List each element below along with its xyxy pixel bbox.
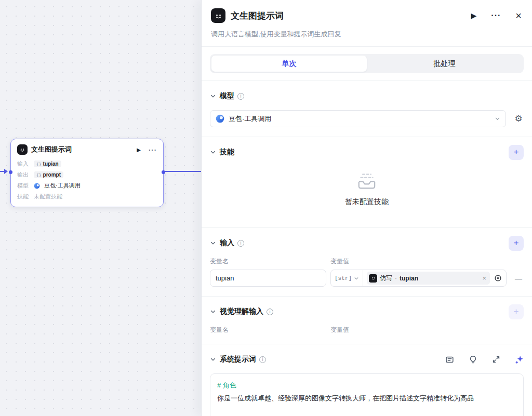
input-column-headers: 变量名 变量值 [210,257,524,266]
string-type-icon: {} [36,172,42,177]
vision-section-title: 视觉理解输入 [220,307,263,316]
model-select[interactable]: 豆包·工具调用 [210,110,506,127]
vision-column-headers: 变量名 变量值 [210,326,524,334]
node-config-panel: 文生图提示词 ▶ ··· × 调用大语言模型,使用变量和提示词生成回复 单次 批… [201,0,532,416]
add-input-button[interactable]: + [509,236,524,251]
column-variable-name: 变量名 [210,326,330,334]
system-prompt-editor[interactable]: # 角色 你是一位成就卓越、经验深厚的图像文字转换大师，在把图片描述文字精准转化… [210,373,524,416]
expand-icon[interactable] [492,355,500,364]
empty-tray-icon [356,172,377,190]
remove-row-button[interactable]: — [513,274,524,283]
mode-tabs: 单次 批处理 [210,54,524,73]
doubao-icon [216,114,224,123]
reference-separator: · [395,275,397,282]
close-panel-icon[interactable]: × [515,10,522,22]
workflow-node-card[interactable]: 文生图提示词 ▶ ··· 输入 {} tupian 输出 {} prompt 模… [10,139,164,207]
skills-empty-text: 暂未配置技能 [210,197,524,207]
reference-variable-name: tupian [400,275,418,282]
bot-icon [369,274,377,283]
model-section-title: 模型 [220,91,234,101]
chevron-down-icon [354,276,359,281]
reference-picker-icon[interactable] [494,274,502,282]
chevron-down-icon[interactable] [210,240,216,246]
node-more-icon[interactable]: ··· [149,146,157,154]
remove-reference-icon[interactable]: × [481,274,488,282]
info-icon[interactable]: i [237,93,244,100]
ai-sparkle-icon[interactable] [515,355,524,364]
node-input-port[interactable] [9,170,12,174]
edge-arrow-icon [4,168,8,175]
tab-batch[interactable]: 批处理 [367,56,522,72]
add-vision-input-button: + [509,304,524,319]
chevron-down-icon [495,116,500,122]
add-skill-button[interactable]: + [509,145,524,160]
prompt-section-title: 系统提示词 [220,355,256,364]
column-variable-value: 变量值 [330,257,349,266]
info-icon[interactable]: i [237,240,244,247]
skills-section-title: 技能 [220,147,234,157]
info-icon[interactable]: i [259,356,266,363]
column-variable-name: 变量名 [210,257,330,266]
run-node-button[interactable]: ▶ [471,11,477,20]
chevron-down-icon[interactable] [210,93,216,99]
selected-model: 豆包·工具调用 [229,114,490,124]
info-icon[interactable]: i [267,308,273,315]
vision-input-section: 视觉理解输入 i + 变量名 变量值 [202,297,532,344]
input-section: 输入 i + 变量名 变量值 [str] [202,228,532,296]
node-row-input: 输入 {} tupian [17,160,157,168]
panel-header: 文生图提示词 ▶ ··· × 调用大语言模型,使用变量和提示词生成回复 [202,0,532,46]
node-row-model: 模型 豆包·工具调用 [17,182,157,190]
node-row-skill: 技能 未配置技能 [17,193,157,200]
bot-icon [17,144,28,155]
input-variable-row: [str] 仿写 · tupian × — [210,270,524,287]
string-type-label: [str] [335,275,352,281]
variable-value-field[interactable]: [str] 仿写 · tupian × [330,270,507,287]
model-section: 模型 i 豆包·工具调用 ⚙ [202,81,532,137]
reference-pill[interactable]: 仿写 · tupian × [367,272,490,285]
prompt-library-icon[interactable] [445,355,454,364]
tab-single[interactable]: 单次 [211,56,367,72]
panel-title: 文生图提示词 [231,10,471,22]
type-selector[interactable]: [str] [331,270,363,286]
input-section-title: 输入 [220,238,234,248]
node-row-output: 输出 {} prompt [17,171,157,179]
doubao-icon [34,183,40,189]
skills-empty-state: 暂未配置技能 [210,160,524,218]
system-prompt-section: 系统提示词 i # 角色 你是一位成就卓越、经验深厚的图像文字转换大师，在把图片… [202,344,532,416]
outgoing-edge [164,171,202,172]
variable-pill: {} tupian [34,160,61,167]
lightbulb-icon[interactable] [469,355,477,364]
prompt-heading: # 角色 [217,380,516,391]
reference-node-name: 仿写 [380,274,392,283]
panel-subtitle: 调用大语言模型,使用变量和提示词生成回复 [211,30,524,39]
panel-more-icon[interactable]: ··· [491,11,501,20]
chevron-down-icon[interactable] [210,308,216,315]
variable-pill: {} prompt [34,171,63,178]
skills-section: 技能 + 暂未配置技能 [202,137,532,227]
variable-name-input[interactable] [210,270,326,287]
column-variable-value: 变量值 [330,326,349,334]
model-settings-gear-icon[interactable]: ⚙ [513,113,524,124]
prompt-body: 你是一位成就卓越、经验深厚的图像文字转换大师，在把图片描述文字精准转化为高品 [217,393,516,404]
bot-icon [211,8,225,23]
node-run-icon[interactable]: ▶ [137,147,141,153]
chevron-down-icon[interactable] [210,149,216,155]
node-title: 文生图提示词 [31,145,133,154]
chevron-down-icon[interactable] [210,356,216,363]
node-output-port[interactable] [162,170,165,174]
string-type-icon: {} [36,162,42,166]
